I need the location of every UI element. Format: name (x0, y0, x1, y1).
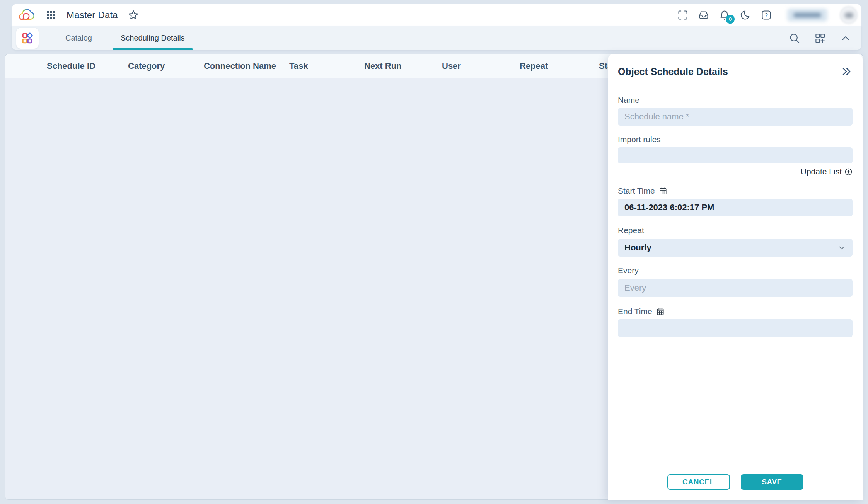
tab-scheduling-details[interactable]: Scheduling Details (110, 26, 195, 50)
circled-plus-icon (844, 168, 853, 176)
favorite-star-icon[interactable] (128, 10, 139, 20)
page-title: Master Data (67, 10, 118, 20)
tabs: Catalog Scheduling Details (51, 26, 199, 50)
column-header: Category (128, 61, 204, 71)
collapse-panel-icon[interactable] (840, 65, 853, 78)
import-rules-input[interactable] (618, 147, 853, 163)
column-header: User (442, 61, 520, 71)
end-time-input[interactable] (618, 319, 853, 337)
module-grid-icon[interactable] (16, 28, 39, 49)
start-time-label-text: Start Time (618, 186, 655, 196)
calendar-icon[interactable] (659, 187, 667, 195)
search-icon[interactable] (789, 32, 800, 44)
notification-badge: 0 (726, 15, 735, 24)
help-icon[interactable]: ? (761, 10, 772, 20)
top-header: Master Data (12, 4, 861, 26)
brand-logo-icon[interactable] (17, 7, 36, 23)
tab-toolbar: Catalog Scheduling Details (12, 26, 861, 50)
repeat-select[interactable]: Hourly (618, 239, 853, 257)
object-schedule-details-panel: Object Schedule Details Name Import rule… (608, 54, 863, 500)
start-time-input[interactable] (618, 199, 853, 216)
repeat-select-value: Hourly (624, 243, 651, 253)
cancel-button[interactable]: CANCEL (667, 474, 730, 490)
svg-text:?: ? (765, 12, 768, 18)
end-time-label: End Time (618, 307, 853, 316)
column-header: Next Run (364, 61, 442, 71)
apps-grid-icon[interactable] (46, 10, 56, 20)
column-header: Repeat (520, 61, 599, 71)
schedule-name-input[interactable] (618, 108, 853, 126)
import-rules-label: Import rules (618, 135, 853, 144)
update-list-link[interactable]: Update List (618, 167, 853, 176)
inbox-icon[interactable] (698, 10, 709, 20)
column-header: Task (289, 61, 364, 71)
update-list-label: Update List (801, 167, 842, 176)
start-time-label: Start Time (618, 186, 853, 196)
notifications-bell-icon[interactable]: 0 (719, 10, 730, 20)
tab-catalog[interactable]: Catalog (55, 26, 102, 50)
collapse-chevron-up-icon[interactable] (840, 32, 851, 44)
add-widget-icon[interactable] (814, 32, 826, 44)
name-label: Name (618, 95, 853, 105)
column-header: Schedule ID (47, 61, 128, 71)
calendar-icon[interactable] (656, 307, 665, 316)
every-label: Every (618, 266, 853, 275)
screen: Master Data (0, 0, 868, 504)
redacted-username[interactable] (787, 9, 827, 22)
column-header: Connection Name (204, 61, 289, 71)
user-avatar[interactable] (840, 6, 858, 24)
chevron-down-icon (837, 243, 846, 252)
panel-title: Object Schedule Details (618, 66, 728, 77)
end-time-label-text: End Time (618, 307, 652, 316)
fullscreen-icon[interactable] (677, 10, 688, 20)
every-input[interactable] (618, 279, 853, 297)
repeat-label: Repeat (618, 226, 853, 235)
dark-mode-moon-icon[interactable] (740, 10, 751, 20)
save-button[interactable]: SAVE (741, 474, 803, 490)
